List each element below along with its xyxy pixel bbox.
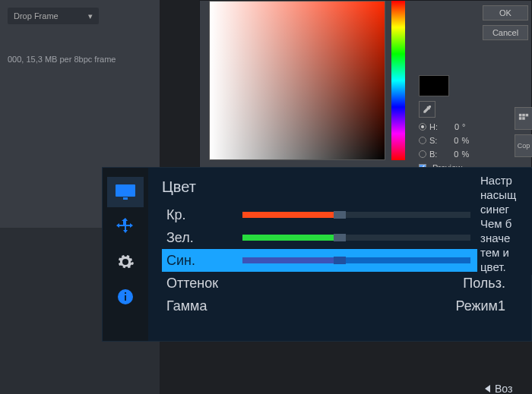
osd-row-red[interactable]: Кр. 40 <box>162 203 516 226</box>
h-radio[interactable] <box>419 123 426 131</box>
eyedropper-icon <box>422 104 432 115</box>
osd-row-tint[interactable]: Оттенок Польз. <box>162 272 516 295</box>
swatches-icon <box>518 113 529 124</box>
gear-icon <box>116 253 135 271</box>
hue-slider[interactable] <box>391 1 405 160</box>
osd-row-blue[interactable]: Син. 40 <box>162 249 516 272</box>
osd-nav-display[interactable] <box>107 177 144 207</box>
osd-red-slider[interactable] <box>242 212 470 218</box>
h-value[interactable]: 0 <box>441 122 459 131</box>
osd-blue-label: Син. <box>166 253 242 269</box>
svg-rect-3 <box>519 117 522 120</box>
osd-nav-position[interactable] <box>107 212 144 242</box>
color-gradient-field[interactable] <box>209 1 385 160</box>
osd-row-green[interactable]: Зел. 40 <box>162 226 516 249</box>
svg-rect-6 <box>123 197 128 200</box>
svg-rect-0 <box>519 114 522 117</box>
osd-back-label: Воз <box>495 383 512 394</box>
eyedropper-button[interactable] <box>419 101 435 118</box>
osd-gamma-label: Гамма <box>166 298 242 314</box>
ok-button[interactable]: OK <box>483 5 528 20</box>
osd-blue-slider[interactable] <box>242 257 470 263</box>
monitor-icon <box>114 183 137 201</box>
osd-back-hint[interactable]: Воз <box>485 378 529 394</box>
osd-help-panel: Настр насыщ синег Чем б значе тем и цвет… <box>477 169 532 275</box>
osd-green-label: Зел. <box>166 230 242 246</box>
drop-frame-select[interactable]: Drop Frame ▾ <box>8 8 99 24</box>
osd-nav <box>103 168 148 341</box>
svg-rect-1 <box>522 114 525 117</box>
svg-rect-9 <box>125 292 126 294</box>
cancel-button[interactable]: Cancel <box>483 25 528 40</box>
osd-red-label: Кр. <box>166 207 242 223</box>
bval-label: B: <box>429 150 437 159</box>
svg-rect-8 <box>125 295 126 301</box>
osd-gamma-value: Режим1 <box>455 298 511 314</box>
monitor-osd-menu: Цвет Кр. 40 Зел. 40 Син. 40 <box>102 167 532 342</box>
s-radio[interactable] <box>419 137 426 144</box>
osd-nav-info[interactable] <box>107 282 144 312</box>
osd-body: Цвет Кр. 40 Зел. 40 Син. 40 <box>148 168 531 341</box>
osd-section-title: Цвет <box>162 178 516 196</box>
osd-row-gamma[interactable]: Гамма Режим1 <box>162 295 516 317</box>
osd-green-slider[interactable] <box>242 235 470 241</box>
svg-rect-5 <box>116 184 135 197</box>
frame-info-text: 000, 15,3 MB per 8bpc frame <box>8 55 152 64</box>
osd-nav-settings[interactable] <box>107 247 144 277</box>
s-value[interactable]: 0 <box>440 136 458 145</box>
current-color-swatch <box>419 75 449 96</box>
info-icon <box>117 288 134 305</box>
copy-color-button[interactable]: Cop <box>515 134 532 157</box>
bval-value[interactable]: 0 <box>440 150 458 159</box>
color-picker-dialog: OK Cancel H:0° S:0% B:0% Preview R:0 G:0… <box>199 0 532 175</box>
drop-frame-label: Drop Frame <box>14 11 59 20</box>
h-label: H: <box>429 122 438 131</box>
osd-tint-label: Оттенок <box>166 276 242 292</box>
s-label: S: <box>429 136 437 145</box>
swatches-button[interactable] <box>515 107 532 130</box>
left-triangle-icon <box>485 385 490 392</box>
svg-rect-4 <box>522 117 525 120</box>
chevron-down-icon: ▾ <box>88 11 93 21</box>
arrows-icon <box>116 217 135 237</box>
osd-tint-value: Польз. <box>463 276 511 292</box>
svg-rect-2 <box>526 114 529 117</box>
bval-radio[interactable] <box>419 150 426 158</box>
